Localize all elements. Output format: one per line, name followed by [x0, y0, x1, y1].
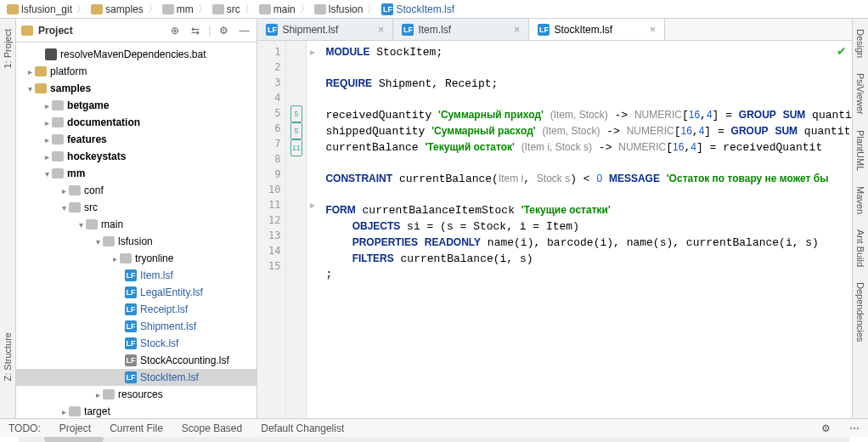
tree-row[interactable]: ▸target: [16, 403, 256, 418]
hide-icon[interactable]: —: [236, 23, 251, 38]
tree-label: tryonline: [135, 252, 173, 264]
tree-label: lsfusion: [118, 235, 153, 247]
folder-gray-icon: [69, 185, 81, 196]
tree-row[interactable]: ▸conf: [16, 182, 256, 199]
folder-gray-icon: [103, 236, 115, 246]
tree-row[interactable]: ▾lsfusion: [16, 233, 256, 250]
status-bar: TODO: Project Current File Scope Based D…: [0, 418, 868, 437]
folder-icon: [7, 4, 19, 14]
tool-ant-build[interactable]: Ant Build: [855, 226, 865, 270]
tree-label: Shipment.lsf: [140, 320, 196, 332]
tree-row[interactable]: ▾main: [16, 216, 256, 233]
tree-row[interactable]: ▸betgame: [16, 97, 256, 114]
tree-row[interactable]: ▸resources: [16, 386, 256, 403]
code-content[interactable]: MODULE StockItem; REQUIRE Shipment, Rece…: [318, 41, 852, 418]
tree-row[interactable]: ▾mm: [16, 165, 256, 182]
tool-maven[interactable]: Maven: [855, 183, 865, 218]
left-tool-gutter: 1: Project Z: Structure: [0, 19, 16, 418]
tree-label: resolveMavenDependencies.bat: [60, 48, 206, 60]
close-icon[interactable]: ×: [650, 23, 657, 36]
lsf-icon: LF: [125, 269, 137, 281]
tree-label: Stock.lsf: [140, 337, 178, 349]
tree-row[interactable]: LFLegalEntity.lsf: [16, 284, 256, 301]
tree-row[interactable]: ▸platform: [16, 63, 256, 80]
close-icon[interactable]: ×: [378, 23, 385, 36]
editor-tab[interactable]: LFItem.lsf×: [393, 19, 529, 40]
tree-row[interactable]: ▸documentation: [16, 114, 256, 131]
lsf-icon: LF: [125, 371, 137, 383]
folder-gray-icon: [52, 134, 64, 144]
breadcrumb-item[interactable]: lsfusion: [311, 3, 367, 15]
tree-label: samples: [50, 82, 91, 94]
tool-project[interactable]: 1: Project: [3, 26, 13, 71]
folder-gray-icon: [52, 117, 64, 128]
project-title: Project: [38, 25, 162, 37]
status-changelist[interactable]: Default Changelist: [261, 422, 344, 434]
marker-gutter: 5511: [286, 41, 307, 418]
horizontal-scrollbar[interactable]: [19, 437, 849, 442]
tree-label: documentation: [67, 116, 140, 128]
status-current-file[interactable]: Current File: [110, 422, 163, 434]
overflow-icon[interactable]: ⋯: [849, 422, 860, 434]
folder-gray-icon: [120, 253, 132, 264]
tree-label: StockItem.lsf: [140, 371, 199, 383]
editor-tab[interactable]: LFStockItem.lsf×: [529, 19, 665, 40]
tree-label: platform: [50, 65, 87, 77]
folder-gray-icon: [162, 4, 174, 14]
tree-row[interactable]: LFShipment.lsf: [16, 318, 256, 335]
status-project[interactable]: Project: [59, 422, 91, 434]
tree-label: hockeystats: [67, 150, 126, 162]
folder-gray-icon: [259, 4, 271, 14]
tree-row[interactable]: ▾src: [16, 199, 256, 216]
locate-icon[interactable]: ⊕: [167, 23, 183, 38]
breadcrumb-item[interactable]: samples: [87, 3, 147, 15]
tree-row[interactable]: LFReceipt.lsf: [16, 301, 256, 318]
folder-gray-icon: [212, 4, 224, 14]
tool-structure[interactable]: Z: Structure: [3, 329, 13, 384]
breadcrumb-item[interactable]: LFStockItem.lsf: [378, 3, 458, 15]
folder-gray-icon: [52, 100, 64, 110]
tree-row[interactable]: resolveMavenDependencies.bat: [16, 46, 256, 63]
tree-row[interactable]: ▸tryonline: [16, 250, 256, 267]
lsf-gray-icon: LF: [125, 354, 137, 366]
folder-gray-icon: [52, 168, 64, 178]
folder-gray-icon: [103, 389, 115, 400]
tree-label: StockAccounting.lsf: [140, 354, 229, 366]
tree-row[interactable]: LFStock.lsf: [16, 335, 256, 352]
tool-dependencies[interactable]: Dependencies: [855, 279, 865, 345]
tree-row[interactable]: ▸features: [16, 131, 256, 148]
project-header: Project ⊕ ⇆ | ⚙ —: [16, 19, 256, 42]
editor-tab[interactable]: LFShipment.lsf×: [257, 19, 393, 40]
lsf-icon: LF: [125, 320, 137, 332]
breadcrumb-item[interactable]: src: [209, 3, 244, 15]
tool-design[interactable]: Design: [855, 26, 865, 61]
tree-label: main: [101, 218, 123, 230]
tool-plantuml[interactable]: PlantUML: [855, 127, 865, 174]
tree-row[interactable]: LFStockAccounting.lsf: [16, 352, 256, 369]
breadcrumb-item[interactable]: lsfusion_git: [3, 3, 76, 15]
collapse-icon[interactable]: ⇆: [188, 23, 203, 38]
tree-row[interactable]: ▾samples: [16, 80, 256, 97]
breadcrumb-item[interactable]: main: [256, 3, 299, 15]
right-tool-gutter: DesignPsiViewerPlantUMLMavenAnt BuildDep…: [852, 19, 868, 418]
status-scope[interactable]: Scope Based: [182, 422, 242, 434]
tree-row[interactable]: ▸hockeystats: [16, 148, 256, 165]
tree-row[interactable]: LFItem.lsf: [16, 267, 256, 284]
close-icon[interactable]: ×: [514, 23, 521, 36]
tree-label: LegalEntity.lsf: [140, 286, 203, 298]
tree-label: Item.lsf: [140, 269, 173, 281]
gear-icon[interactable]: ⚙: [216, 23, 231, 38]
project-panel: Project ⊕ ⇆ | ⚙ — resolveMavenDependenci…: [16, 19, 257, 418]
tool-psiviewer[interactable]: PsiViewer: [855, 70, 865, 118]
folder-icon: [35, 83, 47, 94]
tree-label: conf: [84, 184, 104, 196]
tree-row[interactable]: LFStockItem.lsf: [16, 369, 256, 386]
project-icon: [21, 26, 33, 36]
gear-icon[interactable]: ⚙: [821, 422, 831, 434]
status-todo[interactable]: TODO:: [8, 422, 41, 434]
code-editor[interactable]: 123456789101112131415 5511 ▸ ▸ MODULE St…: [257, 41, 852, 418]
project-tree[interactable]: resolveMavenDependencies.bat▸platform▾sa…: [16, 42, 256, 418]
fold-gutter[interactable]: ▸ ▸: [307, 41, 318, 418]
breadcrumb-item[interactable]: mm: [159, 3, 197, 15]
tree-label: features: [67, 133, 107, 145]
